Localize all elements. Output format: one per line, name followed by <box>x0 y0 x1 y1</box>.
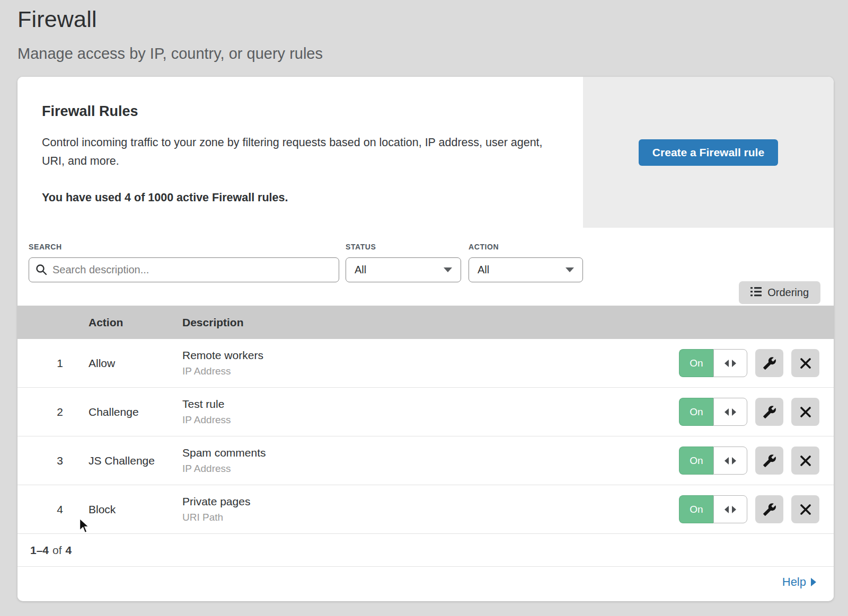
rule-match-type: IP Address <box>182 414 679 426</box>
action-select[interactable]: All <box>469 257 583 282</box>
edit-rule-button[interactable] <box>755 398 783 426</box>
page-subtitle: Manage access by IP, country, or query r… <box>17 45 848 63</box>
rule-priority: 3 <box>17 454 89 467</box>
ordering-list-icon <box>750 287 762 299</box>
search-label: SEARCH <box>29 243 339 251</box>
rule-action: Challenge <box>89 406 182 418</box>
page-header: Firewall Manage access by IP, country, o… <box>0 0 848 63</box>
close-icon <box>800 455 811 467</box>
create-firewall-rule-button[interactable]: Create a Firewall rule <box>639 139 778 166</box>
wrench-icon <box>763 356 776 370</box>
rule-description: Test rule IP Address <box>182 398 679 426</box>
toggle-handle[interactable] <box>713 349 747 377</box>
toggle-handle[interactable] <box>713 398 747 426</box>
help-label: Help <box>782 575 806 589</box>
left-right-arrows-icon <box>724 506 737 513</box>
rule-priority: 1 <box>17 357 89 370</box>
rule-action: Block <box>89 503 182 516</box>
left-right-arrows-icon <box>724 360 737 367</box>
close-icon <box>800 358 811 369</box>
toggle-on-label: On <box>679 398 713 426</box>
help-link[interactable]: Help <box>782 575 816 589</box>
action-column-header: Action <box>89 316 182 329</box>
firewall-rules-card: Firewall Rules Control incoming traffic … <box>17 77 834 601</box>
rule-controls: On <box>679 398 834 426</box>
ordering-button[interactable]: Ordering <box>739 281 820 304</box>
pagination-bar: 1–4 of 4 <box>17 534 834 567</box>
wrench-icon <box>763 503 776 516</box>
edit-rule-button[interactable] <box>755 349 783 377</box>
search-input[interactable] <box>29 257 339 282</box>
description-column-header: Description <box>182 316 834 329</box>
toggle-on-label: On <box>679 447 713 475</box>
status-filter: STATUS All <box>346 243 461 282</box>
toggle-handle[interactable] <box>713 447 747 475</box>
card-header-side-panel: Create a Firewall rule <box>583 77 834 228</box>
card-header-text: Firewall Rules Control incoming traffic … <box>17 77 583 228</box>
table-header: Action Description <box>17 306 834 339</box>
status-select[interactable]: All <box>346 257 461 282</box>
rule-priority: 2 <box>17 406 89 418</box>
search-filter: SEARCH <box>29 243 339 282</box>
close-icon <box>800 406 811 418</box>
filters-bar: SEARCH STATUS All ACTION All <box>17 228 834 306</box>
pagination-of: of <box>52 544 62 557</box>
rule-action: Allow <box>89 357 182 370</box>
rule-description: Remote workers IP Address <box>182 349 679 377</box>
page-title: Firewall <box>17 6 848 32</box>
card-footer: Help <box>17 567 834 597</box>
chevron-down-icon <box>444 267 452 272</box>
rule-match-type: IP Address <box>182 463 679 475</box>
search-icon <box>36 264 47 275</box>
chevron-down-icon <box>566 267 574 272</box>
table-row: 1 Allow Remote workers IP Address On <box>17 339 834 388</box>
rule-match-type: URI Path <box>182 512 679 523</box>
pagination-range: 1–4 <box>30 544 49 557</box>
toggle-handle[interactable] <box>713 495 747 523</box>
rule-enabled-toggle[interactable]: On <box>679 349 747 377</box>
rule-description: Spam comments IP Address <box>182 447 679 475</box>
edit-rule-button[interactable] <box>755 495 783 523</box>
delete-rule-button[interactable] <box>791 349 819 377</box>
toggle-on-label: On <box>679 495 713 523</box>
rule-controls: On <box>679 447 834 475</box>
triangle-right-icon <box>811 578 816 586</box>
rule-priority: 4 <box>17 503 89 516</box>
left-right-arrows-icon <box>724 408 737 416</box>
rules-usage-text: You have used 4 of 1000 active Firewall … <box>42 191 546 204</box>
card-header: Firewall Rules Control incoming traffic … <box>17 77 834 228</box>
delete-rule-button[interactable] <box>791 398 819 426</box>
wrench-icon <box>763 454 776 468</box>
delete-rule-button[interactable] <box>791 447 819 475</box>
rule-description: Private pages URI Path <box>182 495 679 523</box>
delete-rule-button[interactable] <box>791 495 819 523</box>
table-row: 2 Challenge Test rule IP Address On <box>17 388 834 436</box>
wrench-icon <box>763 405 776 419</box>
left-right-arrows-icon <box>724 457 737 465</box>
rule-enabled-toggle[interactable]: On <box>679 495 747 523</box>
action-label: ACTION <box>469 243 583 251</box>
table-row: 4 Block Private pages URI Path On <box>17 485 834 534</box>
status-selected-value: All <box>355 264 366 276</box>
close-icon <box>800 504 811 515</box>
table-row: 3 JS Challenge Spam comments IP Address … <box>17 436 834 485</box>
pagination-total: 4 <box>66 544 72 557</box>
rule-match-type: IP Address <box>182 365 679 377</box>
card-description: Control incoming traffic to your zone by… <box>42 133 545 171</box>
mouse-cursor <box>77 517 92 534</box>
rule-enabled-toggle[interactable]: On <box>679 447 747 475</box>
rule-enabled-toggle[interactable]: On <box>679 398 747 426</box>
ordering-button-label: Ordering <box>767 287 809 299</box>
card-title: Firewall Rules <box>42 103 546 120</box>
action-filter: ACTION All <box>469 243 583 282</box>
rule-controls: On <box>679 495 834 523</box>
status-label: STATUS <box>346 243 461 251</box>
edit-rule-button[interactable] <box>755 447 783 475</box>
rule-action: JS Challenge <box>89 454 182 467</box>
rule-controls: On <box>679 349 834 377</box>
action-selected-value: All <box>478 264 489 276</box>
toggle-on-label: On <box>679 349 713 377</box>
